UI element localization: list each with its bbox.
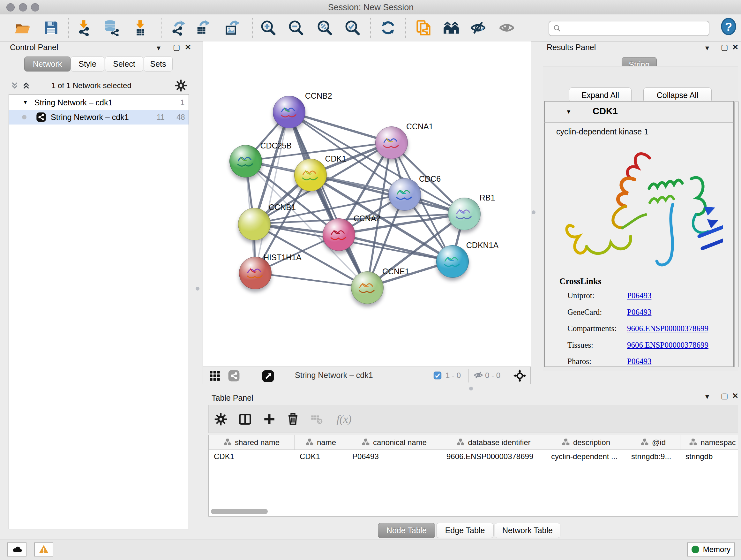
network-node-CCNB1[interactable] <box>238 208 271 240</box>
export-image-icon[interactable] <box>224 19 242 37</box>
table-cell[interactable]: CDK1 <box>209 450 294 463</box>
column-header-namespac[interactable]: namespac <box>680 435 738 450</box>
protein-ribbon-icon <box>380 132 403 153</box>
gene-collapse-icon[interactable]: ▼ <box>566 109 571 115</box>
network-row[interactable]: String Network – cdk1 11 48 <box>9 110 189 125</box>
table-cell[interactable]: stringdb <box>680 450 738 463</box>
column-header-description[interactable]: description <box>546 435 626 450</box>
column-header-database-identifier[interactable]: database identifier <box>441 435 546 450</box>
network-node-CDKN1A[interactable] <box>436 245 469 278</box>
results-panel-close-icon[interactable]: ✕ <box>732 44 738 51</box>
title-bar: Session: New Session <box>0 0 741 14</box>
first-neighbors-icon[interactable] <box>442 19 460 37</box>
zoom-selected-icon[interactable] <box>343 19 361 37</box>
help-icon[interactable]: ? <box>720 17 738 36</box>
search-box[interactable] <box>549 21 710 36</box>
network-node-CCNB2[interactable] <box>273 96 306 128</box>
network-node-CCNA2[interactable] <box>323 219 355 251</box>
table-cell[interactable]: 9606.ENSP00000378699 <box>441 450 546 463</box>
network-node-CDC6[interactable] <box>388 178 421 211</box>
column-header-canonical-name[interactable]: canonical name <box>347 435 441 450</box>
network-node-RB1[interactable] <box>448 198 481 230</box>
network-node-CCNE1[interactable] <box>351 271 384 304</box>
save-session-icon[interactable] <box>42 19 60 37</box>
delete-column-icon[interactable] <box>285 411 301 427</box>
table-panel-float-icon[interactable]: ▢ <box>721 392 728 400</box>
node-label-CCNA1: CCNA1 <box>406 122 433 131</box>
export-network-icon[interactable] <box>170 19 187 37</box>
crosslink-link[interactable]: P06493 <box>627 308 651 317</box>
tab-network[interactable]: Network <box>24 57 71 71</box>
hide-selected-icon[interactable] <box>469 19 487 37</box>
tab-edge-table[interactable]: Edge Table <box>436 523 494 538</box>
node-label-CDKN1A: CDKN1A <box>466 240 498 250</box>
toolbar-separator <box>370 18 371 38</box>
export-table-icon[interactable] <box>194 19 212 37</box>
open-session-icon[interactable] <box>13 19 31 37</box>
table-cell[interactable]: P06493 <box>347 450 441 463</box>
table-gear-icon[interactable] <box>213 411 229 427</box>
string-view-icon[interactable] <box>228 370 240 382</box>
memory-button[interactable]: Memory <box>687 543 735 557</box>
collapse-all-button[interactable]: Collapse All <box>643 87 712 103</box>
tab-style[interactable]: Style <box>71 57 105 71</box>
control-panel-close-icon[interactable]: ✕ <box>185 44 191 51</box>
gene-name: CDK1 <box>593 106 618 117</box>
left-splitter-handle[interactable] <box>196 287 199 291</box>
zoom-fit-content-icon[interactable] <box>316 19 333 37</box>
table-cell[interactable]: CDK1 <box>294 450 347 463</box>
table-horizontal-scrollbar[interactable] <box>211 509 268 514</box>
selected-checkbox-icon[interactable] <box>433 371 442 380</box>
network-collection-row[interactable]: ▼ String Network – cdk1 1 <box>9 95 189 110</box>
crosslink-link[interactable]: 9606.ENSP00000378699 <box>627 341 709 350</box>
warning-button[interactable] <box>34 543 53 557</box>
results-panel-float-icon[interactable]: ▢ <box>721 44 728 51</box>
import-table-from-file-icon[interactable] <box>131 19 149 37</box>
table-cell[interactable]: stringdb:9... <box>626 450 680 463</box>
fit-selected-crosshair-icon[interactable] <box>513 369 527 382</box>
node-table[interactable]: shared namenamecanonical namedatabase id… <box>208 435 738 516</box>
network-node-CDC25B[interactable] <box>229 145 262 178</box>
birds-eye-view-icon[interactable] <box>262 370 274 382</box>
network-options-gear-icon[interactable] <box>175 79 187 93</box>
column-header--id[interactable]: @id <box>626 435 680 450</box>
results-panel-collapse-icon[interactable]: ▾ <box>705 44 709 52</box>
show-columns-icon[interactable] <box>237 411 253 427</box>
table-panel-close-icon[interactable]: ✕ <box>732 392 738 400</box>
table-cell[interactable]: cyclin-dependent ... <box>546 450 626 463</box>
control-panel-collapse-icon[interactable]: ▾ <box>157 44 160 52</box>
import-network-from-database-icon[interactable] <box>103 19 120 37</box>
table-panel-collapse-icon[interactable]: ▾ <box>705 393 709 400</box>
collection-expand-icon[interactable]: ▼ <box>23 99 28 106</box>
network-node-CCNA1[interactable] <box>375 126 408 159</box>
cloud-button[interactable] <box>7 543 26 557</box>
zoom-out-icon[interactable] <box>287 19 305 37</box>
add-column-icon[interactable] <box>261 411 277 427</box>
right-splitter-handle[interactable] <box>532 210 536 214</box>
gene-entry-header[interactable]: ▼ CDK1 <box>544 101 734 123</box>
network-node-CDK1[interactable] <box>294 159 327 191</box>
tab-sets[interactable]: Sets <box>144 57 173 71</box>
show-all-icon[interactable] <box>498 19 516 37</box>
zoom-in-icon[interactable] <box>259 19 277 37</box>
expand-all-networks-icon[interactable] <box>10 80 19 92</box>
import-network-from-file-icon[interactable] <box>75 19 92 37</box>
grid-view-icon[interactable] <box>209 370 221 382</box>
collapse-all-networks-icon[interactable] <box>21 80 31 92</box>
expand-all-button[interactable]: Expand All <box>569 87 631 103</box>
control-panel-float-icon[interactable]: ▢ <box>173 44 180 51</box>
column-header-name[interactable]: name <box>294 435 347 450</box>
tab-node-table[interactable]: Node Table <box>378 523 435 538</box>
column-header-shared-name[interactable]: shared name <box>209 435 294 450</box>
results-scrollbar[interactable] <box>734 102 739 367</box>
bottom-splitter-handle[interactable] <box>469 387 473 390</box>
crosslink-link[interactable]: P06493 <box>627 291 651 300</box>
search-input[interactable] <box>564 23 709 33</box>
tab-select[interactable]: Select <box>105 57 143 71</box>
crosslink-link[interactable]: 9606.ENSP00000378699 <box>627 324 709 333</box>
clone-network-icon[interactable] <box>414 19 432 37</box>
crosslink-link[interactable]: P06493 <box>627 357 651 366</box>
refresh-icon[interactable] <box>379 19 397 37</box>
tab-network-table[interactable]: Network Table <box>495 523 560 538</box>
network-canvas[interactable]: CCNB2CCNA1CDC25BCDK1CDC6RB1CCNB1CCNA2CDK… <box>203 42 531 367</box>
